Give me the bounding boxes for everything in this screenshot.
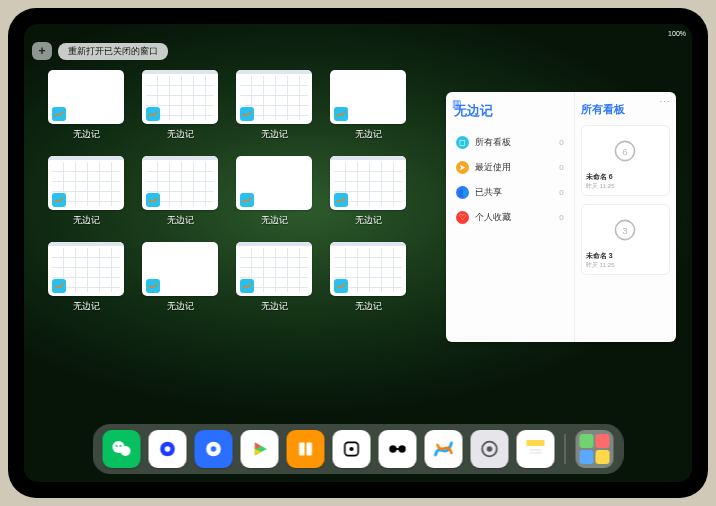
folder-mini-icon [580, 434, 594, 448]
sidebar-item-icon: ➤ [456, 161, 469, 174]
freeform-app-icon [334, 279, 348, 293]
window-thumbnail [236, 70, 312, 124]
dock-quark-hd[interactable] [149, 430, 187, 468]
window-label: 无边记 [73, 128, 100, 141]
freeform-app-icon [52, 279, 66, 293]
dock-wechat[interactable] [103, 430, 141, 468]
dock-books[interactable] [287, 430, 325, 468]
board-canvas: 6 [586, 130, 665, 172]
new-window-button[interactable]: + [32, 42, 52, 60]
svg-text:3: 3 [623, 225, 628, 236]
svg-rect-16 [306, 443, 312, 456]
sidebar-toggle-icon[interactable]: ▥ [452, 98, 461, 109]
right-panel-title: 所有看板 [581, 102, 670, 117]
window-thumbnail [142, 70, 218, 124]
top-toolbar: + 重新打开已关闭的窗口 [32, 42, 168, 60]
board-name: 未命名 3 [586, 251, 665, 261]
window-card[interactable]: 无边记 [328, 156, 408, 236]
dock-freeform[interactable] [425, 430, 463, 468]
ipad-frame: 100% + 重新打开已关闭的窗口 无边记无边记无边记无边记无边记无边记无边记无… [8, 8, 708, 498]
board-canvas: 3 [586, 209, 665, 251]
svg-rect-25 [527, 446, 545, 458]
board-date: 昨天 11:25 [586, 182, 665, 191]
svg-point-9 [165, 446, 171, 452]
window-label: 无边记 [167, 300, 194, 313]
dock-remote[interactable] [379, 430, 417, 468]
window-thumbnail [142, 156, 218, 210]
sidebar-left-pane: 无边记 ◻ 所有看板 0 ➤ 最近使用 0 👥 已共享 0 ♡ 个人收藏 0 [446, 92, 575, 342]
window-card[interactable]: 无边记 [46, 156, 126, 236]
window-card[interactable]: 无边记 [234, 242, 314, 322]
window-card[interactable]: 无边记 [140, 242, 220, 322]
boards-list: 6 未命名 6 昨天 11:25 3 未命名 3 昨天 11:25 [581, 125, 670, 275]
sidebar-item[interactable]: 👥 已共享 0 [454, 180, 566, 205]
window-label: 无边记 [355, 128, 382, 141]
window-card[interactable]: 无边记 [140, 156, 220, 236]
window-thumbnail [330, 70, 406, 124]
window-label: 无边记 [355, 214, 382, 227]
sidebar-list: ◻ 所有看板 0 ➤ 最近使用 0 👥 已共享 0 ♡ 个人收藏 0 [454, 130, 566, 230]
sidebar-item[interactable]: ◻ 所有看板 0 [454, 130, 566, 155]
freeform-app-icon [52, 107, 66, 121]
window-thumbnail [236, 242, 312, 296]
window-label: 无边记 [73, 214, 100, 227]
board-name: 未命名 6 [586, 172, 665, 182]
svg-point-5 [121, 446, 131, 456]
freeform-app-icon [240, 193, 254, 207]
window-label: 无边记 [261, 300, 288, 313]
dock-divider [565, 434, 566, 464]
window-card[interactable]: 无边记 [46, 242, 126, 322]
freeform-app-icon [146, 107, 160, 121]
sidebar-item-count: 0 [559, 138, 563, 147]
sidebar-item[interactable]: ♡ 个人收藏 0 [454, 205, 566, 230]
svg-point-6 [116, 445, 118, 447]
dock-play[interactable] [241, 430, 279, 468]
window-thumbnail [48, 156, 124, 210]
more-icon[interactable]: ⋯ [659, 96, 670, 109]
board-card[interactable]: 6 未命名 6 昨天 11:25 [581, 125, 670, 196]
window-thumbnail [330, 242, 406, 296]
reopen-closed-window-button[interactable]: 重新打开已关闭的窗口 [58, 43, 168, 60]
svg-rect-21 [395, 448, 401, 450]
svg-point-23 [487, 446, 493, 452]
window-card[interactable]: 无边记 [328, 242, 408, 322]
freeform-app-icon [334, 193, 348, 207]
sidebar-item-icon: ◻ [456, 136, 469, 149]
dock-settings[interactable] [471, 430, 509, 468]
window-card[interactable]: 无边记 [328, 70, 408, 150]
screen: 100% + 重新打开已关闭的窗口 无边记无边记无边记无边记无边记无边记无边记无… [24, 24, 692, 482]
dock-quark[interactable] [195, 430, 233, 468]
dock-recent-folder[interactable] [576, 430, 614, 468]
sidebar-item-label: 最近使用 [475, 161, 511, 174]
board-card[interactable]: 3 未命名 3 昨天 11:25 [581, 204, 670, 275]
window-label: 无边记 [167, 128, 194, 141]
sidebar-item-icon: ♡ [456, 211, 469, 224]
sidebar-item-label: 已共享 [475, 186, 502, 199]
freeform-app-icon [334, 107, 348, 121]
sidebar-item-count: 0 [559, 213, 563, 222]
sidebar-item[interactable]: ➤ 最近使用 0 [454, 155, 566, 180]
svg-point-18 [349, 447, 353, 451]
sidebar-item-icon: 👥 [456, 186, 469, 199]
window-label: 无边记 [261, 128, 288, 141]
folder-mini-icon [596, 434, 610, 448]
dock-notes[interactable] [517, 430, 555, 468]
window-label: 无边记 [261, 214, 288, 227]
svg-rect-24 [527, 440, 545, 446]
window-card[interactable]: 无边记 [46, 70, 126, 150]
window-thumbnail [142, 242, 218, 296]
window-thumbnail [48, 242, 124, 296]
window-card[interactable]: 无边记 [234, 70, 314, 150]
status-bar: 100% [24, 27, 692, 39]
window-card[interactable]: 无边记 [140, 70, 220, 150]
window-card[interactable]: 无边记 [234, 156, 314, 236]
dock-game[interactable] [333, 430, 371, 468]
dock [93, 424, 624, 474]
board-date: 昨天 11:25 [586, 261, 665, 270]
sidebar-item-count: 0 [559, 188, 563, 197]
freeform-sidebar-window[interactable]: ▥ ⋯ 无边记 ◻ 所有看板 0 ➤ 最近使用 0 👥 已共享 0 ♡ 个人收藏… [446, 92, 676, 342]
freeform-app-icon [240, 107, 254, 121]
svg-point-11 [211, 446, 217, 452]
window-thumbnail [48, 70, 124, 124]
svg-point-7 [120, 445, 122, 447]
